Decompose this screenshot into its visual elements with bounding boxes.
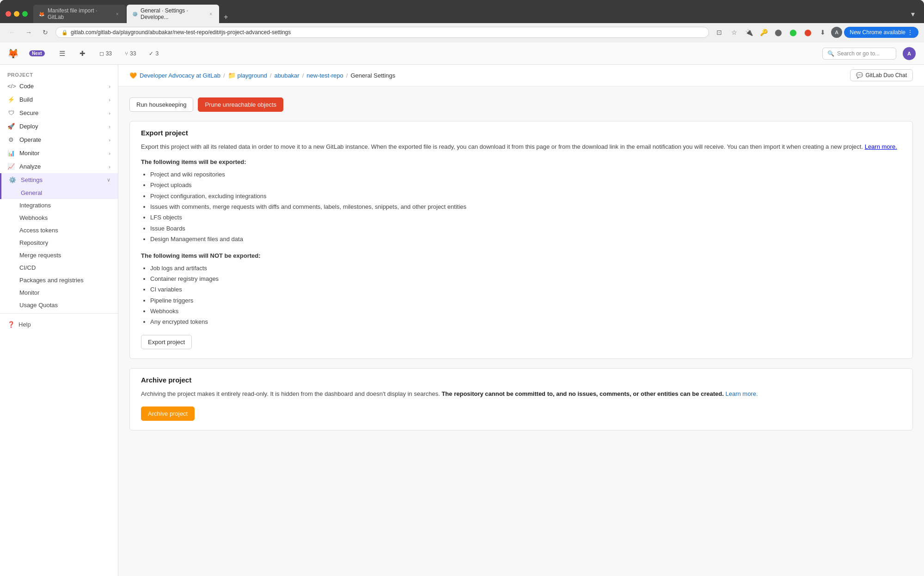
tab-close-1[interactable]: ×: [114, 11, 120, 17]
search-placeholder: Search or go to...: [837, 50, 880, 57]
avatar-button[interactable]: A: [902, 46, 917, 61]
todos-number: 3: [155, 50, 159, 57]
sidebar-subitem-general[interactable]: General: [0, 187, 118, 199]
maximize-window-button[interactable]: [22, 11, 28, 17]
merge-requests-count[interactable]: ⑂ 33: [121, 49, 140, 59]
browser-tab-2[interactable]: ⚙️ General · Settings · Develope... ×: [127, 5, 219, 23]
export-section-body: Export this project with all its related…: [130, 142, 912, 358]
password-button[interactable]: 🔑: [757, 26, 770, 39]
back-button[interactable]: ←: [6, 26, 18, 39]
list-item: Design Management files and data: [150, 234, 901, 244]
sidebar-subitem-webhooks[interactable]: Webhooks: [0, 212, 118, 224]
housekeeping-actions: Run housekeeping Prune unreachable objec…: [129, 97, 913, 112]
sidebar-subitem-packages-label: Packages and registries: [19, 277, 84, 284]
archive-learn-more-link[interactable]: Learn more.: [725, 390, 758, 397]
browser-window: 🦊 Manifest file import · GitLab × ⚙️ Gen…: [0, 0, 924, 42]
sidebar-help-item[interactable]: ❓ Help: [0, 317, 118, 332]
sidebar-item-secure[interactable]: 🛡 Secure ›: [0, 106, 118, 120]
exported-items-heading: The following items will be exported:: [141, 158, 901, 165]
sidebar-subitem-monitor-settings[interactable]: Monitor: [0, 286, 118, 299]
new-tab-button[interactable]: +: [220, 11, 232, 23]
list-item: CI variables: [150, 284, 901, 295]
extension-button[interactable]: 🔌: [742, 26, 755, 39]
breadcrumb-org[interactable]: Developer Advocacy at GitLab: [140, 72, 220, 79]
sidebar-subitem-general-label: General: [21, 189, 42, 196]
reload-button[interactable]: ↻: [39, 26, 52, 39]
export-learn-more-link[interactable]: Learn more.: [865, 143, 897, 150]
chrome-update-button[interactable]: New Chrome available ⋮: [844, 27, 918, 38]
sidebar-subitem-access-tokens-label: Access tokens: [19, 227, 58, 234]
monitor-chevron-icon: ›: [109, 151, 110, 156]
sidebar-subitem-access-tokens[interactable]: Access tokens: [0, 224, 118, 236]
cast-button[interactable]: ⊡: [713, 26, 726, 39]
create-button[interactable]: ✚: [75, 46, 90, 61]
browser-menu-button[interactable]: ▾: [907, 8, 918, 20]
list-item: LFS objects: [150, 212, 901, 223]
issues-count[interactable]: ◻ 33: [96, 49, 116, 59]
address-bar[interactable]: 🔒 gitlab.com/gitlab-da/playground/abubak…: [55, 27, 709, 38]
sidebar-item-settings[interactable]: ⚙️ Settings ∨: [0, 173, 118, 187]
chrome-update-menu-icon: ⋮: [907, 29, 913, 36]
profile-avatar[interactable]: A: [831, 27, 842, 38]
sidebar-subitem-ci-cd[interactable]: CI/CD: [0, 261, 118, 274]
sidebar-item-analyze[interactable]: 📈 Analyze ›: [0, 160, 118, 173]
breadcrumb-group[interactable]: playground: [238, 72, 267, 79]
settings-chevron-icon: ∨: [107, 177, 110, 183]
deploy-icon: 🚀: [7, 123, 15, 130]
tab-close-2[interactable]: ×: [208, 11, 214, 17]
app-header: 🦊 Next ☰ ✚ ◻ 33 ⑂ 33 ✓ 3 🔍 Search or go …: [0, 42, 924, 65]
export-description: Export this project with all its related…: [141, 142, 901, 152]
archive-desc-start: Archiving the project makes it entirely …: [141, 390, 441, 397]
traffic-lights: [6, 11, 28, 17]
red-circle-button[interactable]: ⬤: [802, 26, 814, 39]
todos-count[interactable]: ✓ 3: [145, 49, 162, 59]
circle-button[interactable]: ⬤: [772, 26, 785, 39]
sidebar-subitem-repository[interactable]: Repository: [0, 236, 118, 249]
sidebar-subitem-integrations[interactable]: Integrations: [0, 199, 118, 212]
sidebar-item-deploy[interactable]: 🚀 Deploy ›: [0, 120, 118, 133]
page-body: Run housekeeping Prune unreachable objec…: [118, 86, 924, 451]
content-wrapper: Project </> Code › ⚡ Build › 🛡 Secure: [0, 65, 924, 576]
gitlab-duo-chat-button[interactable]: 💬 GitLab Duo Chat: [850, 69, 913, 81]
todos-icon: ✓: [149, 50, 153, 57]
sidebar-item-build[interactable]: ⚡ Build ›: [0, 93, 118, 106]
sidebar-subitem-usage-quotas[interactable]: Usage Quotas: [0, 299, 118, 311]
forward-button[interactable]: →: [22, 26, 35, 39]
browser-titlebar: 🦊 Manifest file import · GitLab × ⚙️ Gen…: [0, 0, 924, 23]
sidebar-item-analyze-label: Analyze: [19, 163, 41, 170]
list-item: Project uploads: [150, 180, 901, 190]
green-circle-button[interactable]: ⬤: [787, 26, 800, 39]
list-item: Project configuration, excluding integra…: [150, 191, 901, 201]
archive-desc-bold: The repository cannot be committed to, a…: [441, 390, 725, 397]
issues-icon: ◻: [99, 50, 104, 57]
browser-tab-1[interactable]: 🦊 Manifest file import · GitLab ×: [33, 5, 126, 23]
sidebar-subitem-packages[interactable]: Packages and registries: [0, 274, 118, 286]
sidebar-item-monitor[interactable]: 📊 Monitor ›: [0, 146, 118, 160]
build-icon: ⚡: [7, 96, 15, 103]
bookmark-button[interactable]: ☆: [728, 26, 740, 39]
sidebar-subitem-merge-requests[interactable]: Merge requests: [0, 249, 118, 261]
breadcrumb-heart: 🧡: [129, 72, 137, 79]
not-exported-items-list: Job logs and artifacts Container registr…: [141, 263, 901, 327]
sidebar-divider: [0, 313, 118, 314]
minimize-window-button[interactable]: [14, 11, 19, 17]
breadcrumb-user[interactable]: abubakar: [274, 72, 299, 79]
sidebar-toggle-button[interactable]: ☰: [55, 46, 70, 61]
code-chevron-icon: ›: [109, 84, 110, 89]
prune-unreachable-button[interactable]: Prune unreachable objects: [198, 97, 283, 112]
tab-label-1: Manifest file import · GitLab: [48, 7, 110, 20]
close-window-button[interactable]: [6, 11, 11, 17]
sidebar-item-code[interactable]: </> Code ›: [0, 79, 118, 93]
tab-label-2: General · Settings · Develope...: [141, 7, 204, 20]
run-housekeeping-button[interactable]: Run housekeeping: [129, 97, 193, 112]
next-badge-button[interactable]: Next: [24, 47, 49, 60]
duo-label: GitLab Duo Chat: [866, 72, 907, 79]
export-project-button[interactable]: Export project: [141, 335, 192, 349]
search-box[interactable]: 🔍 Search or go to...: [822, 48, 896, 60]
code-icon: </>: [7, 83, 15, 90]
archive-project-button[interactable]: Archive project: [141, 406, 195, 421]
download-button[interactable]: ⬇: [816, 26, 829, 39]
sidebar-item-operate[interactable]: ⚙ Operate ›: [0, 133, 118, 146]
breadcrumb-repo[interactable]: new-test-repo: [306, 72, 343, 79]
sidebar: Project </> Code › ⚡ Build › 🛡 Secure: [0, 65, 118, 576]
